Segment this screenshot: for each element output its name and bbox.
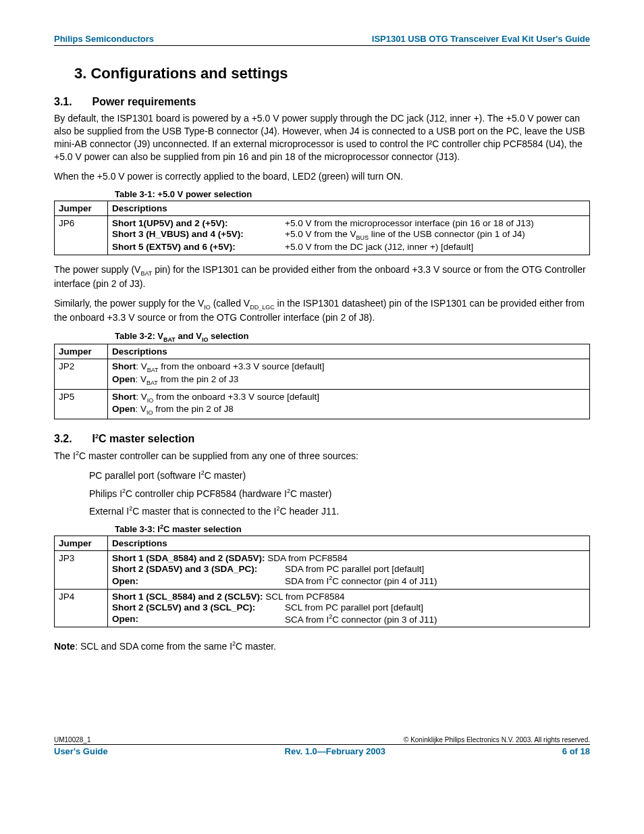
list-item: PC parallel port (software I2C master) <box>89 469 590 481</box>
footer-copyright: © Koninklijke Philips Electronics N.V. 2… <box>404 736 590 744</box>
list-item: External I2C master that is connected to… <box>89 505 590 517</box>
table-row: JP6 Short 1(UP5V) and 2 (+5V):+5.0 V fro… <box>55 216 590 255</box>
page-header: Philips Semiconductors ISP1301 USB OTG T… <box>54 34 590 46</box>
section-number: 3. <box>74 65 86 82</box>
table-33: Jumper Descriptions JP3 Short 1 (SDA_858… <box>54 536 590 627</box>
subsection-title: I2C master selection <box>92 433 194 444</box>
jumper-cell: JP3 <box>55 551 108 590</box>
body-paragraph: The power supply (VBAT pin) for the ISP1… <box>54 263 590 290</box>
description-cell: Short 1 (SDA_8584) and 2 (SDA5V): SDA fr… <box>108 551 590 590</box>
description-cell: Short 1(UP5V) and 2 (+5V):+5.0 V from th… <box>108 216 590 255</box>
jumper-cell: JP4 <box>55 589 108 627</box>
body-paragraph: When the +5.0 V power is correctly appli… <box>54 170 590 183</box>
description-cell: Short: VBAT from the onboard +3.3 V sour… <box>108 359 590 389</box>
header-doc-title: ISP1301 USB OTG Transceiver Eval Kit Use… <box>372 34 590 44</box>
jumper-cell: JP2 <box>55 359 108 389</box>
footer-doc-id: UM10028_1 <box>54 736 90 744</box>
table-caption-33: Table 3-3: I2C master selection <box>54 523 590 534</box>
jumper-cell: JP5 <box>55 389 108 419</box>
table-caption-31: Table 3-1: +5.0 V power selection <box>54 189 590 199</box>
jumper-cell: JP6 <box>55 216 108 255</box>
body-paragraph: By default, the ISP1301 board is powered… <box>54 112 590 163</box>
note-paragraph: Note: SCL and SDA come from the same I2C… <box>54 640 590 653</box>
description-cell: Short 1 (SCL_8584) and 2 (SCL5V): SCL fr… <box>108 589 590 627</box>
table-header: Descriptions <box>108 201 590 216</box>
header-company: Philips Semiconductors <box>54 34 154 44</box>
section-heading: 3. Configurations and settings <box>54 65 590 82</box>
subsection-number: 3.2. <box>54 433 89 445</box>
body-paragraph: The I2C master controller can be supplie… <box>54 449 590 463</box>
table-32: Jumper Descriptions JP2 Short: VBAT from… <box>54 344 590 419</box>
table-header: Descriptions <box>108 344 590 359</box>
table-header: Jumper <box>55 344 108 359</box>
subsection-number: 3.1. <box>54 96 89 108</box>
table-header: Jumper <box>55 201 108 216</box>
table-31: Jumper Descriptions JP6 Short 1(UP5V) an… <box>54 201 590 255</box>
footer-revision: Rev. 1.0—February 2003 <box>285 746 385 756</box>
subsection-31-heading: 3.1. Power requirements <box>54 96 590 108</box>
table-caption-32: Table 3-2: VBAT and VIO selection <box>54 331 590 343</box>
list-item: Philips I2C controller chip PCF8584 (har… <box>89 488 590 499</box>
section-title: Configurations and settings <box>90 65 288 82</box>
subsection-32-heading: 3.2. I2C master selection <box>54 433 590 445</box>
footer-guide: User's Guide <box>54 746 108 756</box>
description-cell: Short: VIO from the onboard +3.3 V sourc… <box>108 389 590 419</box>
subsection-title: Power requirements <box>92 96 196 107</box>
table-row: JP4 Short 1 (SCL_8584) and 2 (SCL5V): SC… <box>55 589 590 627</box>
footer-page-number: 6 of 18 <box>562 746 590 756</box>
table-row: JP5 Short: VIO from the onboard +3.3 V s… <box>55 389 590 419</box>
body-paragraph: Similarly, the power supply for the VIO … <box>54 297 590 324</box>
table-row: JP3 Short 1 (SDA_8584) and 2 (SDA5V): SD… <box>55 551 590 590</box>
table-header: Descriptions <box>108 536 590 551</box>
table-row: JP2 Short: VBAT from the onboard +3.3 V … <box>55 359 590 389</box>
table-header: Jumper <box>55 536 108 551</box>
page-footer: UM10028_1 © Koninklijke Philips Electron… <box>54 736 590 756</box>
